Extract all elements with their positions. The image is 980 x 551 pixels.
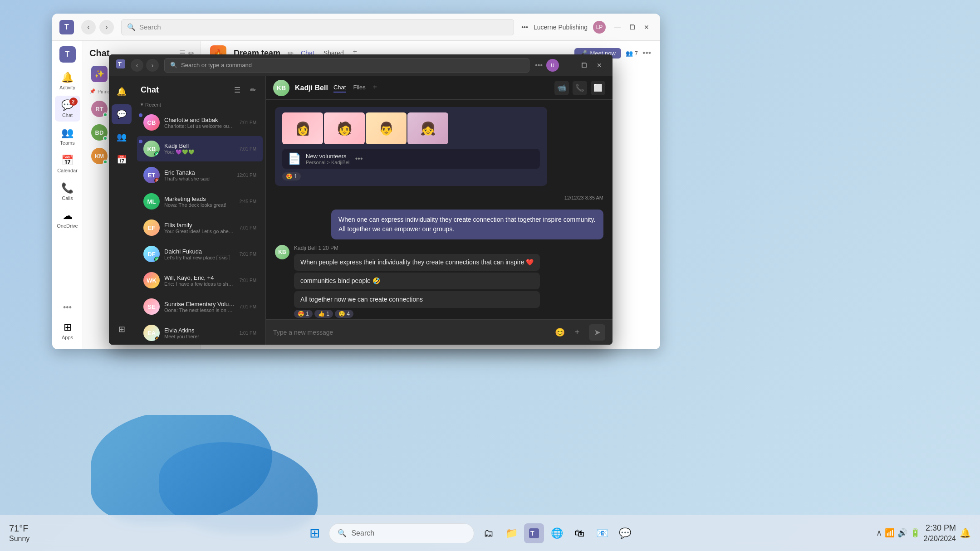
- modal-chat-info-4: Ellis family You: Great idea! Let's go a…: [164, 222, 235, 234]
- people-icon: 👥: [626, 50, 633, 57]
- modal-chat-item-0[interactable]: CB Charlotte and Babak Charlotte: Let us…: [137, 110, 263, 135]
- bg-back-button[interactable]: ‹: [81, 20, 96, 34]
- bg-sidebar-activity[interactable]: 🔔 Activity: [55, 68, 80, 94]
- modal-sidebar-apps[interactable]: ⊞: [112, 319, 132, 339]
- emoji-picker-button[interactable]: 😊: [553, 325, 567, 340]
- taskbar-widgets-button[interactable]: 🗂: [479, 523, 499, 543]
- taskbar-outlook-button[interactable]: 📧: [592, 523, 612, 543]
- taskbar-teams2-button[interactable]: 💬: [615, 523, 635, 543]
- taskbar-explorer-button[interactable]: 📁: [501, 523, 521, 543]
- modal-close-button[interactable]: ✕: [593, 59, 605, 71]
- msg-sender-name: Kadji Bell: [294, 245, 317, 251]
- onedrive-label: OneDrive: [57, 223, 78, 229]
- apps-label: Apps: [62, 335, 73, 340]
- start-button[interactable]: ⊞: [304, 523, 324, 543]
- taskbar-edge-button[interactable]: 🌐: [547, 523, 567, 543]
- attach-button[interactable]: +: [570, 325, 584, 340]
- modal-forward-button[interactable]: ›: [146, 59, 159, 72]
- modal-minimize-button[interactable]: —: [563, 59, 574, 71]
- share-screen-button[interactable]: ⬜: [591, 81, 605, 95]
- bg-sidebar-chat[interactable]: 💬 Chat 2: [55, 96, 80, 122]
- bg-minimize-button[interactable]: —: [611, 21, 624, 34]
- bg-more-apps-icon[interactable]: •••: [59, 299, 75, 316]
- more-options-icon[interactable]: •••: [521, 24, 528, 31]
- send-button[interactable]: ➤: [589, 324, 605, 341]
- bg-sidebar-teams[interactable]: 👥 Teams: [55, 123, 80, 149]
- modal-chat-info-5: Daichi Fukuda Let's try that new place S…: [164, 248, 235, 260]
- msg-thumb-4: 👧: [407, 112, 448, 144]
- clock-date: 2/20/2024: [924, 534, 956, 544]
- bg-maximize-button[interactable]: ⧠: [626, 21, 638, 34]
- modal-chat-item-8[interactable]: EA Elvia Atkins Meet you there! 1:01 PM: [137, 320, 263, 345]
- modal-chat-item-7[interactable]: SE Sunrise Elementary Volunteers Oona: T…: [137, 294, 263, 319]
- notification-center-icon[interactable]: 🔔: [960, 527, 971, 538]
- modal-chat-item-3[interactable]: ML Marketing leads Nova: The deck looks …: [137, 189, 263, 214]
- modal-chat-item-5[interactable]: DF ✓ Daichi Fukuda Let's try that new pl…: [137, 241, 263, 267]
- contact-name: Kadji Bell: [295, 84, 328, 92]
- modal-chat-item-6[interactable]: WK Will, Kayo, Eric, +4 Eric: I have a f…: [137, 268, 263, 293]
- avatar-2: KM: [91, 148, 108, 164]
- activity-label: Activity: [59, 85, 75, 90]
- modal-avatar-2: ET ✕: [143, 167, 160, 183]
- bg-sidebar-calls[interactable]: 📞 Calls: [55, 179, 80, 205]
- more-options-button[interactable]: •••: [642, 49, 651, 58]
- weather-temp: 71°F: [9, 522, 29, 534]
- unread-dot-1: [139, 140, 142, 143]
- modal-back-button[interactable]: ‹: [131, 59, 143, 72]
- modal-chat-info-7: Sunrise Elementary Volunteers Oona: The …: [164, 301, 235, 313]
- taskbar-clock[interactable]: 2:30 PM 2/20/2024: [924, 522, 956, 544]
- modal-sidebar-calendar[interactable]: 📅: [112, 150, 132, 170]
- modal-chat-time-2: 12:01 PM: [237, 173, 256, 178]
- audio-call-button[interactable]: 📞: [573, 81, 587, 95]
- modal-more-icon[interactable]: •••: [535, 61, 543, 69]
- modal-chat-info-2: Eric Tanaka That's what she said: [164, 169, 232, 181]
- modal-topbar-actions: 📹 📞 ⬜: [554, 81, 605, 95]
- battery-icon[interactable]: 🔋: [910, 528, 920, 538]
- modal-sidebar-bell[interactable]: 🔔: [112, 82, 132, 102]
- modal-chat-time-6: 7:01 PM: [240, 278, 256, 283]
- bg-chat-title: Chat: [89, 48, 109, 59]
- reaction-pill-3[interactable]: 😲 4: [335, 310, 353, 318]
- reaction-pill-0[interactable]: 😍 1: [282, 172, 301, 180]
- modal-chat-title: Chat: [141, 85, 159, 95]
- modal-search-bar[interactable]: 🔍 Search or type a command: [164, 58, 529, 73]
- modal-tab-files[interactable]: Files: [353, 83, 365, 93]
- modal-sidebar-teams[interactable]: 👥: [112, 127, 132, 147]
- bg-sidebar-calendar[interactable]: 📅 Calendar: [55, 151, 80, 177]
- taskbar-search-bar[interactable]: 🔍 Search: [329, 523, 474, 543]
- modal-sidebar-chat[interactable]: 💬: [112, 104, 132, 124]
- bg-close-button[interactable]: ✕: [640, 21, 653, 34]
- teams-chat-modal: T ‹ › 🔍 Search or type a command ••• U —…: [109, 54, 612, 345]
- apps-icon: ⊞: [64, 322, 72, 333]
- wifi-icon[interactable]: 📶: [885, 528, 895, 538]
- modal-chat-header-icons: ☰ ✏: [231, 83, 259, 96]
- msg-sender-avatar-1: KB: [275, 245, 289, 259]
- modal-tab-chat[interactable]: Chat: [333, 83, 346, 93]
- taskbar-store-button[interactable]: 🛍: [569, 523, 589, 543]
- modal-chat-item-4[interactable]: EF Ellis family You: Great idea! Let's g…: [137, 215, 263, 240]
- modal-titlebar: T ‹ › 🔍 Search or type a command ••• U —…: [109, 54, 612, 76]
- modal-filter-icon[interactable]: ☰: [231, 83, 244, 96]
- bg-sidebar-onedrive[interactable]: ☁ OneDrive: [55, 206, 80, 232]
- modal-chat-item-1[interactable]: KB ✓ Kadji Bell You: 💜💚💚 7:01 PM: [137, 136, 263, 161]
- msg-card-images: 👩 🧑 👨 👧 📄 New volunteers Personal > Kadj…: [275, 107, 547, 186]
- msg-file-attachment[interactable]: 📄 New volunteers Personal > KadjiBell ••…: [282, 149, 540, 169]
- modal-compose-icon[interactable]: ✏: [246, 83, 259, 96]
- modal-body: 🔔 💬 👥 📅 ⊞ Chat ☰ ✏ ▾ Recent: [109, 76, 612, 345]
- reaction-pill-1[interactable]: 😍 1: [294, 310, 313, 318]
- modal-chat-item-2[interactable]: ET ✕ Eric Tanaka That's what she said 12…: [137, 162, 263, 188]
- volume-icon[interactable]: 🔊: [897, 528, 907, 538]
- show-hidden-icon[interactable]: ∧: [876, 528, 882, 538]
- bg-user-name: Lucerne Publishing: [534, 24, 588, 31]
- unread-dot-0: [139, 113, 142, 117]
- add-tab-button[interactable]: +: [373, 83, 377, 93]
- video-call-button[interactable]: 📹: [554, 81, 569, 95]
- reaction-pill-2[interactable]: 👍 1: [314, 310, 333, 318]
- modal-message-input[interactable]: [273, 329, 548, 336]
- msg-more-button[interactable]: •••: [355, 155, 363, 163]
- bg-sidebar-apps[interactable]: ⊞ Apps: [55, 318, 80, 344]
- bg-forward-button[interactable]: ›: [99, 20, 114, 34]
- bg-search-bar[interactable]: 🔍 Search: [121, 19, 514, 35]
- modal-maximize-button[interactable]: ⧠: [578, 59, 590, 71]
- taskbar-teams-button[interactable]: T: [524, 523, 544, 543]
